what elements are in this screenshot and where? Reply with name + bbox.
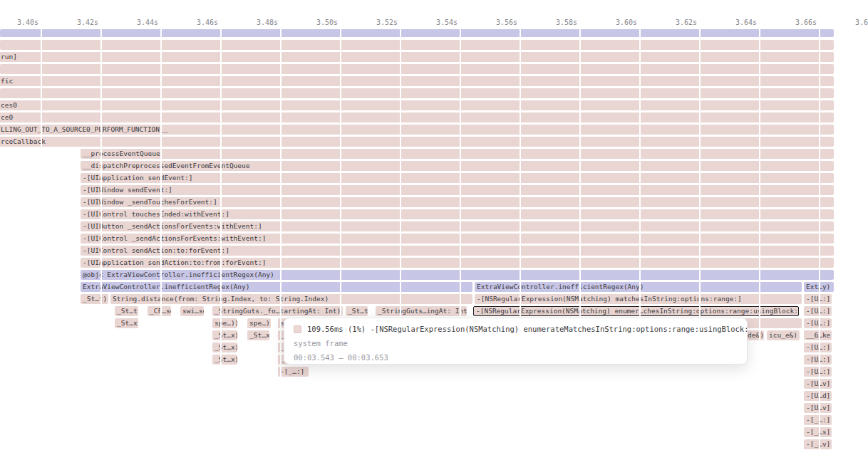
flame-bar[interactable]: -[UIApplication sendAction:to:from:forEv… (81, 258, 834, 268)
tooltip-headline: 109.56ms (1%) -[NSRegularExpression(NSMa… (307, 325, 748, 333)
flame-bar[interactable]: -[UIControl sendAction:to:forEvent:] (81, 246, 834, 256)
flame-bar[interactable]: -[_…s] (804, 427, 832, 437)
flame-bar[interactable]: -[U…v] (804, 403, 832, 413)
flame-bar[interactable]: _St…x) (212, 330, 237, 340)
time-gridline (579, 28, 581, 450)
flame-bar[interactable]: run] (0, 52, 834, 62)
flame-bar[interactable]: ExtraViewController.inefficientRegex(Any… (475, 282, 802, 292)
flame-bar[interactable]: -[U…:] (804, 355, 832, 365)
time-gridline (220, 28, 222, 450)
time-tick-label: 3.46s (175, 19, 218, 27)
flame-bar[interactable]: spe…)) (247, 318, 271, 328)
flame-bar[interactable]: _St…t) (346, 306, 368, 316)
time-gridline (699, 28, 701, 450)
flame-bar[interactable]: -[UIControl _sendActionsForEvents:withEv… (81, 234, 834, 244)
time-tick-label: 3.54s (415, 19, 458, 27)
flame-bar[interactable]: _St…x) (212, 342, 237, 352)
flame-bar[interactable]: -[U…:] (804, 306, 832, 316)
time-tick-label: 3.50s (295, 19, 338, 27)
flame-bar[interactable] (0, 29, 834, 37)
flame-bar[interactable]: de&) (745, 330, 764, 340)
flame-bar[interactable]: -[U…:] (804, 342, 832, 352)
flame-bar[interactable]: -[U…:] (804, 318, 832, 328)
flame-bar[interactable]: ces0 (0, 100, 834, 110)
flame-bar[interactable]: -[_…:] (804, 415, 832, 425)
flame-bar[interactable]: -[NSRegularExpression(NSMatching) matche… (475, 294, 802, 304)
time-gridline (819, 28, 820, 450)
flame-bar[interactable]: ExtraViewController.inefficientRegex(Any… (81, 282, 472, 292)
flame-bar[interactable]: -[UIWindow sendEvent:] (81, 185, 834, 195)
time-gridline (160, 28, 162, 450)
time-gridline (280, 28, 281, 450)
time-tick-label: 3.58s (534, 19, 577, 27)
time-tick-label: 3.44s (115, 19, 158, 27)
flame-bar[interactable]: -[UIControl touchesEnded:withEvent:] (81, 209, 834, 219)
flame-bar[interactable]: -[U…v] (804, 379, 832, 389)
tooltip: 109.56ms (1%) -[NSRegularExpression(NSMa… (284, 318, 748, 365)
flame-bar[interactable]: __processEventQueue (81, 149, 834, 159)
time-tick-label: 3.66s (774, 19, 817, 27)
time-gridline (41, 28, 42, 450)
time-tick-label: 3.56s (475, 19, 517, 27)
flame-bar[interactable]: _St…x) (247, 330, 269, 340)
tooltip-time-range: 00:03.543 — 00:03.653 (294, 353, 738, 362)
flame-bar[interactable]: -[U…:] (804, 367, 832, 377)
flame-bar[interactable]: @objc ExtraViewController.inefficientReg… (81, 270, 834, 280)
flame-bar[interactable]: String.distance(from: String.Index, to: … (110, 294, 472, 304)
time-gridline (759, 28, 760, 450)
flame-bar[interactable]: __dispatchPreprocessedEventFromEventQueu… (81, 161, 834, 171)
flame-bar[interactable] (0, 64, 834, 74)
flame-bar[interactable]: spe…)) (212, 318, 237, 328)
flame-bar[interactable]: -[U…:] (804, 294, 832, 304)
flame-bar[interactable]: icu_e&) (767, 330, 800, 340)
time-gridline (520, 28, 521, 450)
flame-bar[interactable]: swi…se (180, 306, 204, 316)
flame-bar[interactable]: __6…ke (804, 330, 832, 340)
flame-bar[interactable]: ce0 (0, 112, 834, 122)
flame-bar[interactable] (0, 88, 834, 98)
flame-bar[interactable]: _StringGuts._fo…tartingAt: Int) (212, 306, 343, 316)
time-tick-label: 3.60s (594, 19, 637, 27)
time-gridline (639, 28, 641, 450)
flame-bar[interactable]: _St…x) (115, 318, 138, 328)
tooltip-frame-kind: system frame (294, 339, 738, 348)
flame-bar[interactable]: -[_…:] (278, 367, 309, 377)
flame-bar[interactable]: -[UIApplication sendEvent:] (81, 173, 834, 183)
flame-bar-selected[interactable]: -[NSRegularExpression(NSMatching) enumer… (473, 306, 799, 316)
flame-bar[interactable]: -[_…v] (804, 439, 832, 449)
time-tick-label: 3.40s (0, 19, 38, 27)
tooltip-headline-row: 109.56ms (1%) -[NSRegularExpression(NSMa… (294, 325, 738, 334)
time-gridline (400, 28, 401, 450)
flame-bar[interactable]: _St…x) (212, 355, 237, 365)
time-tick-label: 3.52s (355, 19, 398, 27)
flame-graph: 3.40s3.42s3.44s3.46s3.48s3.50s3.52s3.54s… (0, 0, 868, 450)
time-tick-label: 3.64s (714, 19, 757, 27)
frame-color-swatch-icon (294, 325, 301, 333)
flame-bar[interactable]: LLING_OUT_TO_A_SOURCE0_PERFORM_FUNCTION_… (0, 125, 834, 135)
time-tick-label: 3.48s (235, 19, 278, 27)
flame-bar[interactable]: _St…t) (81, 294, 108, 304)
flame-bar[interactable]: -[UIButton _sendActionsForEvents:withEve… (81, 221, 834, 231)
flame-bar[interactable]: _CF…se (148, 306, 171, 316)
flame-bar[interactable]: _St…t) (115, 306, 138, 316)
time-tick-label: 3.68s (834, 19, 868, 27)
flame-bar[interactable] (0, 40, 834, 50)
time-gridline (100, 28, 102, 450)
flame-bar[interactable]: -[U…d] (804, 391, 832, 401)
time-tick-label: 3.42s (56, 19, 98, 27)
time-gridline (460, 28, 461, 450)
flame-bar[interactable]: _StringGuts…ingAt: Int) (376, 306, 467, 316)
flame-bar[interactable]: fic (0, 76, 834, 86)
time-gridline (340, 28, 341, 450)
flame-bar[interactable]: rceCallback (0, 137, 834, 147)
flame-bar[interactable]: -[UIWindow _sendTouchesForEvent:] (81, 197, 834, 207)
time-tick-label: 3.62s (654, 19, 697, 27)
